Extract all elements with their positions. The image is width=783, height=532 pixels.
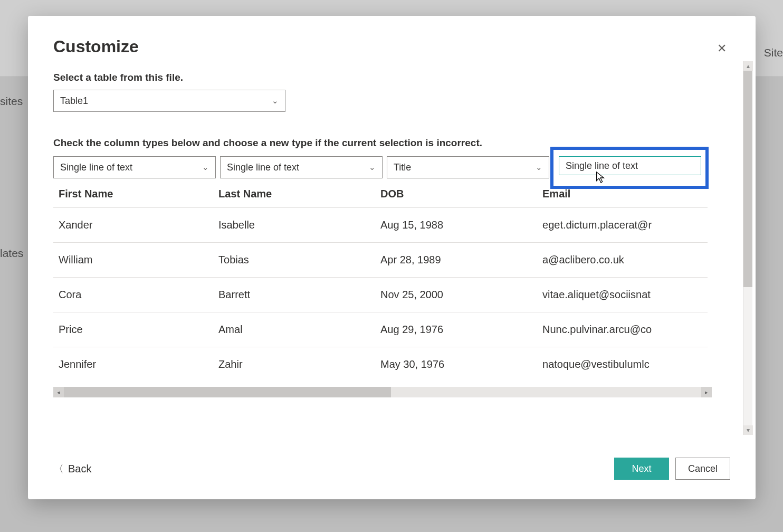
column-type-value-1: Single line of text xyxy=(60,162,132,173)
cell-email: a@aclibero.co.uk xyxy=(541,254,708,266)
cell-first-name: Xander xyxy=(55,219,217,231)
cancel-button[interactable]: Cancel xyxy=(675,458,730,480)
cell-first-name: Price xyxy=(55,324,217,336)
footer-actions: Next Cancel xyxy=(614,458,730,480)
table-select-value: Table1 xyxy=(60,96,88,107)
cancel-label: Cancel xyxy=(688,463,718,474)
cell-first-name: William xyxy=(55,254,217,266)
table-row: Price Amal Aug 29, 1976 Nunc.pulvinar.ar… xyxy=(53,312,708,347)
col-header-first-name: First Name xyxy=(55,188,217,200)
close-button[interactable]: ✕ xyxy=(713,40,730,57)
cell-dob: May 30, 1976 xyxy=(379,358,541,370)
chevron-down-icon: ⌄ xyxy=(272,96,279,106)
column-type-row: Single line of text ⌄ Single line of tex… xyxy=(53,156,730,178)
table-select-dropdown[interactable]: Table1 ⌄ xyxy=(53,90,285,112)
modal-body: ▴ ▾ Select a table from this file. Table… xyxy=(28,61,756,452)
bg-nav-site: Site xyxy=(764,46,783,59)
horizontal-scrollbar[interactable]: ◂ ▸ xyxy=(53,387,712,397)
back-label: Back xyxy=(68,463,91,475)
customize-modal: Customize ✕ ▴ ▾ Select a table from this… xyxy=(28,16,756,499)
modal-header: Customize ✕ xyxy=(28,16,756,61)
cell-last-name: Zahir xyxy=(217,358,379,370)
cell-email: vitae.aliquet@sociisnat xyxy=(541,289,708,301)
chevron-left-icon: 〈 xyxy=(53,462,64,476)
column-type-dropdown-1[interactable]: Single line of text ⌄ xyxy=(53,156,216,178)
horizontal-scroll-thumb[interactable] xyxy=(64,387,391,397)
cell-dob: Aug 15, 1988 xyxy=(379,219,541,231)
column-type-value-2: Single line of text xyxy=(227,162,299,173)
col-header-last-name: Last Name xyxy=(217,188,379,200)
table-row: William Tobias Apr 28, 1989 a@aclibero.c… xyxy=(53,242,708,277)
cell-email: eget.dictum.placerat@r xyxy=(541,219,708,231)
table-row: Xander Isabelle Aug 15, 1988 eget.dictum… xyxy=(53,207,708,242)
col-header-dob: DOB xyxy=(379,188,541,200)
column-type-value-4: Single line of text xyxy=(566,160,638,172)
cell-last-name: Amal xyxy=(217,324,379,336)
column-type-dropdown-4[interactable]: Single line of text xyxy=(559,156,701,175)
cell-email: natoque@vestibulumlc xyxy=(541,358,708,370)
scroll-up-arrow-icon[interactable]: ▴ xyxy=(743,61,753,71)
vertical-scroll-thumb[interactable] xyxy=(743,71,752,287)
chevron-down-icon: ⌄ xyxy=(536,163,542,172)
chevron-down-icon: ⌄ xyxy=(369,163,376,172)
cell-dob: Aug 29, 1976 xyxy=(379,324,541,336)
select-table-label: Select a table from this file. xyxy=(53,72,730,83)
column-type-dropdown-2[interactable]: Single line of text ⌄ xyxy=(220,156,383,178)
table-row: Jennifer Zahir May 30, 1976 natoque@vest… xyxy=(53,347,708,382)
cell-last-name: Barrett xyxy=(217,289,379,301)
table-row: Cora Barrett Nov 25, 2000 vitae.aliquet@… xyxy=(53,277,708,312)
highlighted-column-type: Single line of text xyxy=(550,147,709,189)
cell-dob: Apr 28, 1989 xyxy=(379,254,541,266)
back-button[interactable]: 〈 Back xyxy=(53,462,91,476)
cell-first-name: Jennifer xyxy=(55,358,217,370)
cell-last-name: Tobias xyxy=(217,254,379,266)
cell-dob: Nov 25, 2000 xyxy=(379,289,541,301)
next-label: Next xyxy=(632,463,651,474)
scroll-left-arrow-icon[interactable]: ◂ xyxy=(53,387,64,397)
modal-footer: 〈 Back Next Cancel xyxy=(28,452,756,499)
scroll-right-arrow-icon[interactable]: ▸ xyxy=(701,387,712,397)
cell-first-name: Cora xyxy=(55,289,217,301)
vertical-scrollbar[interactable]: ▴ ▾ xyxy=(743,61,752,435)
cell-last-name: Isabelle xyxy=(217,219,379,231)
column-type-value-3: Title xyxy=(394,162,411,173)
column-type-dropdown-3[interactable]: Title ⌄ xyxy=(387,156,549,178)
bg-nav-sites: sites xyxy=(0,95,23,108)
next-button[interactable]: Next xyxy=(614,458,669,480)
close-icon: ✕ xyxy=(717,42,727,55)
col-header-email: Email xyxy=(541,188,708,200)
scroll-down-arrow-icon[interactable]: ▾ xyxy=(743,425,753,435)
chevron-down-icon: ⌄ xyxy=(202,163,209,172)
bg-nav-templates: lates xyxy=(0,247,23,260)
modal-title: Customize xyxy=(53,37,139,56)
cell-email: Nunc.pulvinar.arcu@co xyxy=(541,324,708,336)
preview-table: First Name Last Name DOB Email Xander Is… xyxy=(53,183,708,382)
